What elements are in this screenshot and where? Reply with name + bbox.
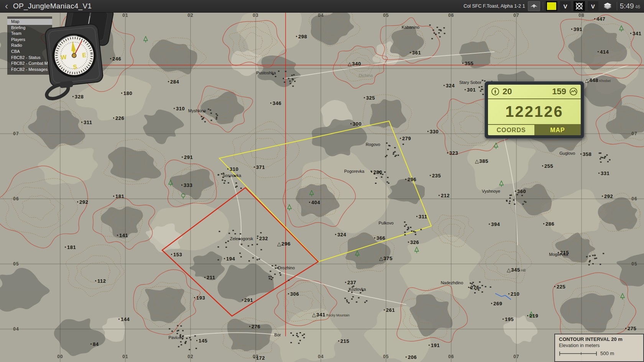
layers-icon [603,2,612,10]
marker-type-dropdown[interactable]: V [588,1,598,11]
gps-screen: 20 159 122126 COORDS MAP [488,85,581,135]
menu-item-fbcb2-messages[interactable]: FBCB2 - Messages [7,67,52,73]
gps-device: 20 159 122126 COORDS MAP [485,81,584,139]
divider [617,2,617,10]
gps-header-row: 20 159 [488,85,581,99]
map-terrain [0,0,644,362]
menu-item-fbcb2-status[interactable]: FBCB2 - Status [7,55,52,61]
gps-tab-map[interactable]: MAP [534,125,581,135]
menu-item-map[interactable]: Map [7,19,52,25]
layers-button[interactable] [601,1,614,11]
map-legend: CONTOUR INTERVAL 20 m Elevation in meter… [554,334,644,362]
menu-item-players[interactable]: Players [7,37,52,43]
game-screen: 2463282841803102263113462983253003613553… [0,0,644,362]
marker-color-swatch [547,2,556,10]
menu-item-fbcb2-combat-msgs[interactable]: FBCB2 - Combat Msgs [7,61,52,67]
gps-main-display: 122126 [488,99,581,124]
top-bar: ‹ OP_JungleManiac4_V1 Col SFC F.Toast, A… [0,0,644,13]
divider [543,2,543,10]
scale-distance-label: 500 m [600,351,614,356]
gps-tabs: COORDS MAP [488,124,581,135]
clock-seconds: 46 [635,4,640,10]
gps-tab-coords[interactable]: COORDS [488,125,534,135]
menu-item-briefing[interactable]: Briefing [7,25,52,31]
marker-color-tile[interactable] [546,1,557,11]
mission-title: OP_JungleManiac4_V1 [13,2,92,10]
scale-bar [559,351,597,356]
empty-marker-icon [575,2,584,11]
back-button[interactable]: ‹ [0,1,13,11]
gps-heading-value: 20 [503,87,512,97]
game-clock: 5:49 46 [620,2,640,10]
map[interactable]: 2463282841803102263113462983253003613553… [0,12,644,362]
clock-time: 5:49 [620,2,634,10]
eagle-rank-icon [530,3,538,9]
altitude-mountain-icon [569,87,578,96]
elevation-units-label: Elevation in meters [559,343,639,348]
menu-item-radio[interactable]: Radio [7,43,52,49]
menu-item-cba[interactable]: CBA [7,49,52,55]
rank-insignia-button[interactable] [528,1,540,11]
player-name-label: Col SFC F.Toast, Alpha 1-2 1 [463,3,525,9]
contour-interval-label: CONTOUR INTERVAL 20 m [559,336,639,342]
map-menu: MapBriefingTeamPlayersRadioCBAFBCB2 - St… [7,16,52,75]
gps-altitude-value: 159 [552,87,566,97]
marker-color-dropdown[interactable]: V [560,1,571,11]
gps-grid-reference: 122126 [505,103,563,120]
menu-item-team[interactable]: Team [7,31,52,37]
marker-type-tile[interactable] [573,1,585,11]
heading-arrow-icon [491,87,499,96]
